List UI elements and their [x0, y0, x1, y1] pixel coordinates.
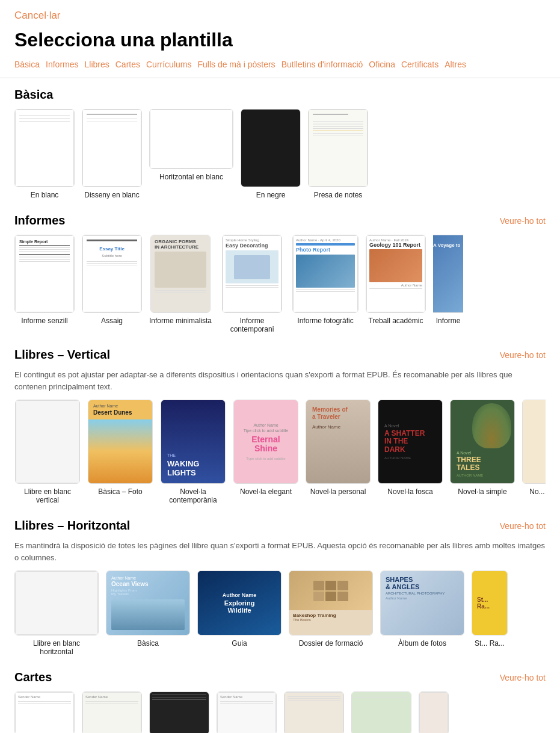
template-llibre-en-blanc-vertical[interactable]: Llibre en blanc vertical [14, 400, 81, 504]
label-en-blanc: En blanc [31, 191, 59, 199]
template-carta-2[interactable]: Sender Name [82, 691, 142, 733]
template-basica-foto[interactable]: Author Name Desert Dunes Bàsica – Foto [88, 400, 153, 504]
thumb-informe-fotografic: Author Name · April 4, 2020 Photo Report [292, 235, 358, 313]
template-informe-senzill[interactable]: Simple Report Informe senzill [14, 235, 75, 333]
section-basica: Bàsica En blanc Di [14, 88, 546, 199]
thumb-carta-6 [351, 691, 411, 733]
thumb-presa-de-notes [308, 109, 368, 187]
templates-row-cartes: Sender Name Sender Name [14, 691, 546, 733]
tab-informes[interactable]: Informes [46, 58, 84, 70]
thumb-h-partial: St...Ra... [472, 571, 508, 636]
thumb-disseny-en-blanc [82, 109, 142, 187]
tab-butlletins[interactable]: Butlletins d'informació [282, 58, 369, 70]
label-guia: Guia [232, 639, 247, 648]
tab-fulls[interactable]: Fulls de mà i pòsters [197, 58, 281, 70]
tab-basica[interactable]: Bàsica [14, 58, 46, 70]
template-informe-fotografic[interactable]: Author Name · April 4, 2020 Photo Report… [292, 235, 358, 333]
tab-curriculums[interactable]: Currículums [146, 58, 197, 70]
template-en-blanc[interactable]: En blanc [14, 109, 75, 199]
template-carta-6[interactable] [351, 691, 411, 733]
templates-row-llibres-horitzontal: Llibre en blanc horitzontal Author Name … [14, 571, 546, 656]
label-informe-minimalista: Informe minimalista [149, 317, 212, 325]
thumb-carta-2: Sender Name [82, 691, 142, 733]
see-all-llibres-vertical[interactable]: Veure-ho tot [500, 350, 546, 360]
thumb-carta-4: Sender Name [217, 691, 277, 733]
thumb-carta-1: Sender Name [14, 691, 75, 733]
label-horitzontal-en-blanc: Horitzontal en blanc [159, 173, 223, 181]
label-novella-contemporania: Novel·la contemporània [160, 487, 226, 504]
page-title: Selecciona una plantilla [0, 26, 560, 58]
thumb-album-de-fotos: SHAPES& ANGLES ARCHITECTURAL PHOTOGRAPHY… [380, 571, 464, 636]
thumb-novella-elegant: Author Name Tipe click to add subtitle E… [233, 400, 298, 484]
thumb-assaig: Essay Title Subtitle here [82, 235, 142, 313]
cancel-button[interactable]: Cancel·lar [14, 10, 61, 22]
tab-certificats[interactable]: Certificats [401, 58, 445, 70]
label-novella-personal: Novel·la personal [310, 487, 366, 496]
template-informe-minimalista[interactable]: ORGANIC FORMSIN ARCHITECTURE Informe min… [149, 235, 212, 333]
nav-tabs: Bàsica Informes Llibres Cartes Currículu… [0, 58, 560, 78]
section-header-basica: Bàsica [14, 88, 546, 102]
label-treball-academic: Treball acadèmic [369, 317, 423, 325]
label-novella-partial: No... [529, 487, 544, 496]
template-presa-de-notes[interactable]: Presa de notes [308, 109, 368, 199]
template-carta-4[interactable]: Sender Name [217, 691, 277, 733]
template-en-negre[interactable]: En negre [241, 109, 301, 199]
label-presa-de-notes: Presa de notes [314, 191, 363, 199]
template-treball-academic[interactable]: Author Name · Fall 2024 Geology 101 Repo… [366, 235, 426, 333]
section-cartes: Cartes Veure-ho tot Sender Name Sender N… [14, 670, 546, 733]
subtitle-llibres-vertical: El contingut es pot ajustar per adaptar-… [14, 369, 546, 392]
template-carta-3[interactable] [149, 691, 209, 733]
template-novella-partial[interactable]: No... [522, 400, 546, 504]
template-novella-personal[interactable]: Memories ofa Traveler Author Name Novel·… [306, 400, 371, 504]
see-all-cartes[interactable]: Veure-ho tot [500, 673, 546, 682]
template-h-partial[interactable]: St...Ra... St... Ra... [472, 571, 508, 656]
template-informe-partial[interactable]: A Voyage to Informe [433, 235, 463, 333]
section-header-cartes: Cartes Veure-ho tot [14, 670, 546, 684]
thumb-en-blanc [14, 109, 75, 187]
thumb-novella-personal: Memories ofa Traveler Author Name [306, 400, 371, 484]
templates-row-llibres-vertical: Llibre en blanc vertical Author Name Des… [14, 400, 546, 504]
thumb-novella-contemporania: THE WAKINGLIGHTS [161, 400, 226, 484]
tab-altres[interactable]: Altres [445, 58, 472, 70]
thumb-novella-partial [522, 400, 546, 484]
see-all-llibres-horitzontal[interactable]: Veure-ho tot [500, 521, 546, 531]
template-carta-1[interactable]: Sender Name [14, 691, 75, 733]
label-novella-simple: Novel·la simple [458, 487, 506, 496]
template-horitzontal-en-blanc[interactable]: Horitzontal en blanc [149, 109, 233, 199]
label-en-negre: En negre [256, 191, 286, 199]
thumb-guia: Author Name ExploringWildlife [197, 571, 282, 636]
templates-row-basica: En blanc Disseny en blanc Horitzon [14, 109, 546, 199]
label-novella-elegant: Novel·la elegant [240, 487, 292, 496]
thumb-carta-7 [419, 691, 449, 733]
template-carta-7[interactable] [419, 691, 449, 733]
top-bar: Cancel·lar [0, 0, 560, 26]
section-header-llibres-vertical: Llibres – Vertical Veure-ho tot [14, 348, 546, 362]
subtitle-llibres-horitzontal: Es mantindrà la disposició de totes les … [14, 540, 546, 563]
template-album-de-fotos[interactable]: SHAPES& ANGLES ARCHITECTURAL PHOTOGRAPHY… [380, 571, 464, 656]
template-guia[interactable]: Author Name ExploringWildlife Guia [197, 571, 282, 656]
thumb-llibre-en-blanc-horitzontal [14, 571, 99, 636]
section-header-llibres-horitzontal: Llibres – Horitzontal Veure-ho tot [14, 519, 546, 533]
template-novella-elegant[interactable]: Author Name Tipe click to add subtitle E… [233, 400, 298, 504]
tab-llibres[interactable]: Llibres [85, 58, 115, 70]
thumb-informe-senzill: Simple Report [14, 235, 75, 313]
template-llibre-en-blanc-horitzontal[interactable]: Llibre en blanc horitzontal [14, 571, 99, 656]
label-llibre-en-blanc-horitzontal: Llibre en blanc horitzontal [23, 639, 90, 656]
template-disseny-en-blanc[interactable]: Disseny en blanc [82, 109, 142, 199]
template-carta-5[interactable] [284, 691, 344, 733]
template-informe-contemporani[interactable]: Simple Home Styling Easy Decorating Info… [219, 235, 285, 333]
template-novella-simple[interactable]: A Novel THREETALES AUTHOR NAME Novel·la … [450, 400, 515, 504]
tab-cartes[interactable]: Cartes [115, 58, 146, 70]
template-assaig[interactable]: Essay Title Subtitle here Assaig [82, 235, 142, 333]
tab-oficina[interactable]: Oficina [369, 58, 401, 70]
label-informe-partial: Informe [436, 317, 461, 325]
template-novella-contemporania[interactable]: THE WAKINGLIGHTS Novel·la contemporània [160, 400, 226, 504]
template-novella-fosca[interactable]: A Novel A SHATTERIN THEDARK AUTHOR NAME … [378, 400, 443, 504]
section-title-informes: Informes [14, 214, 65, 227]
section-informes: Informes Veure-ho tot Simple Report Info… [14, 214, 546, 333]
template-basica-h[interactable]: Author Name Ocean Views Highlights FromM… [106, 571, 190, 656]
see-all-informes[interactable]: Veure-ho tot [500, 216, 546, 226]
thumb-llibre-en-blanc-vertical [15, 400, 80, 484]
label-informe-fotografic: Informe fotogràfic [297, 317, 353, 325]
template-dossier-de-formacio[interactable]: Bakeshop Training The Basics Dossier de … [289, 571, 373, 656]
